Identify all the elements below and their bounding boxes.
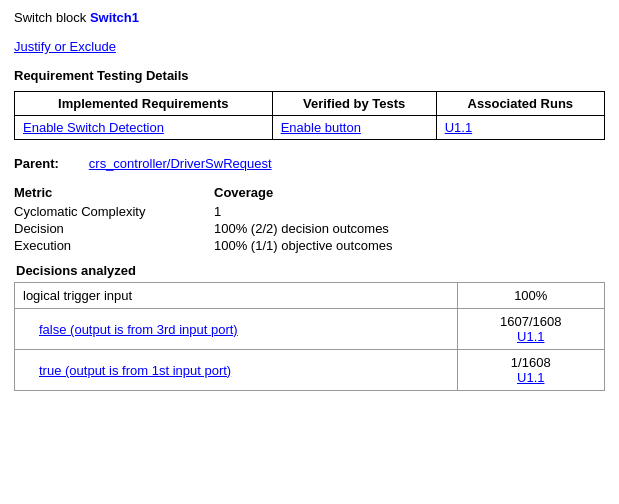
- run-cell: U1.1: [436, 116, 604, 140]
- metric-row-2: Execution 100% (1/1) objective outcomes: [14, 238, 605, 253]
- page-title: Switch block Switch1: [14, 10, 605, 25]
- decisions-table: logical trigger input 100% false (output…: [14, 282, 605, 391]
- metric-value-1: 100% (2/2) decision outcomes: [214, 221, 389, 236]
- decision-count-1: 1607/1608: [500, 314, 561, 329]
- metric-row-0: Cyclomatic Complexity 1: [14, 204, 605, 219]
- metric-label-1: Decision: [14, 221, 214, 236]
- switch-link[interactable]: Switch1: [90, 10, 139, 25]
- parent-row: Parent: crs_controller/DriverSwRequest: [14, 156, 605, 171]
- decision-row-1: false (output is from 3rd input port) 16…: [15, 309, 605, 350]
- req-link[interactable]: Enable Switch Detection: [23, 120, 164, 135]
- decisions-title: Decisions analyzed: [14, 263, 605, 278]
- col-header-requirements: Implemented Requirements: [15, 92, 273, 116]
- decision-count-2: 1/1608: [511, 355, 551, 370]
- decision-row-0: logical trigger input 100%: [15, 283, 605, 309]
- decision-value-2: 1/1608 U1.1: [457, 350, 605, 391]
- justify-exclude-link[interactable]: Justify or Exclude: [14, 39, 116, 54]
- metrics-col2-header: Coverage: [214, 185, 273, 200]
- metrics-header: Metric Coverage: [14, 185, 605, 200]
- decision-value-0: 100%: [457, 283, 605, 309]
- metric-row-1: Decision 100% (2/2) decision outcomes: [14, 221, 605, 236]
- run-link[interactable]: U1.1: [445, 120, 472, 135]
- metric-value-2: 100% (1/1) objective outcomes: [214, 238, 392, 253]
- title-prefix: Switch block: [14, 10, 90, 25]
- parent-link[interactable]: crs_controller/DriverSwRequest: [89, 156, 272, 171]
- test-cell: Enable button: [272, 116, 436, 140]
- requirements-table: Implemented Requirements Verified by Tes…: [14, 91, 605, 140]
- test-link[interactable]: Enable button: [281, 120, 361, 135]
- decision-sublink-1[interactable]: U1.1: [517, 329, 544, 344]
- metric-label-2: Execution: [14, 238, 214, 253]
- col-header-tests: Verified by Tests: [272, 92, 436, 116]
- col-header-runs: Associated Runs: [436, 92, 604, 116]
- metrics-section: Metric Coverage Cyclomatic Complexity 1 …: [14, 185, 605, 253]
- parent-label: Parent:: [14, 156, 59, 171]
- decision-label-link-2[interactable]: true (output is from 1st input port): [39, 363, 231, 378]
- metric-label-0: Cyclomatic Complexity: [14, 204, 214, 219]
- metrics-col1-header: Metric: [14, 185, 214, 200]
- metric-value-0: 1: [214, 204, 221, 219]
- decision-row-2: true (output is from 1st input port) 1/1…: [15, 350, 605, 391]
- section-title: Requirement Testing Details: [14, 68, 605, 83]
- decision-label-0: logical trigger input: [15, 283, 458, 309]
- decision-value-1: 1607/1608 U1.1: [457, 309, 605, 350]
- decision-label-2: true (output is from 1st input port): [15, 350, 458, 391]
- req-cell: Enable Switch Detection: [15, 116, 273, 140]
- decision-label-1: false (output is from 3rd input port): [15, 309, 458, 350]
- table-row: Enable Switch Detection Enable button U1…: [15, 116, 605, 140]
- decision-sublink-2[interactable]: U1.1: [517, 370, 544, 385]
- decision-label-link-1[interactable]: false (output is from 3rd input port): [39, 322, 238, 337]
